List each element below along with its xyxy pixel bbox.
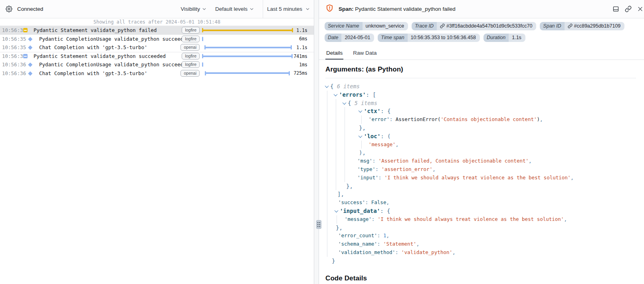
indent-guide	[327, 115, 327, 124]
arguments-heading: Arguments: (as Python)	[325, 66, 636, 73]
span-diamond-icon[interactable]	[23, 46, 38, 49]
collapse-chevron-icon[interactable]	[359, 134, 363, 138]
trace-span-name: Chat Completion with 'gpt-3.5-turbo'	[38, 44, 180, 50]
indent-guide	[327, 157, 327, 165]
collapse-chevron-icon[interactable]	[335, 209, 339, 213]
trace-span-name: Chat Completion with 'gpt-3.5-turbo'	[38, 70, 180, 76]
span-diamond-icon[interactable]	[23, 38, 38, 41]
indent-guide	[336, 107, 336, 115]
tab-details[interactable]: Details	[325, 48, 343, 60]
duration-bar	[202, 28, 293, 33]
default-levels-dropdown[interactable]: Default levels	[215, 6, 254, 12]
meta-pill-trace-id[interactable]: Trace ID#3ff16acbdde4a547b01d9c9c533fcc7…	[412, 22, 536, 30]
span-diamond-icon[interactable]	[23, 72, 38, 75]
trace-timestamp: 10:56:35	[0, 27, 23, 33]
json-tree-line: }	[325, 257, 636, 265]
json-tree-line: 'input': 'I think we should always treat…	[325, 174, 636, 182]
indent-guide	[327, 99, 327, 107]
copy-link-icon[interactable]	[625, 6, 632, 12]
indent-guide	[327, 199, 327, 207]
scope-badge: openai	[180, 44, 200, 51]
warning-shield-icon	[325, 4, 334, 14]
trace-row[interactable]: 10:56:35Pydantic Statement validate_pyth…	[0, 26, 314, 35]
collapse-chevron-icon[interactable]	[343, 101, 347, 105]
indent-guide	[336, 182, 336, 191]
trace-row[interactable]: 10:56:36Pydantic CompletionUsage validat…	[0, 60, 314, 69]
traces-panel: Connected Visibility Default levels Last…	[0, 0, 314, 284]
indent-guide	[327, 132, 327, 141]
meta-pill-date: Date2024-05-01	[325, 34, 374, 42]
indent-guide	[327, 232, 327, 240]
trace-row[interactable]: 10:56:36Chat Completion with 'gpt-3.5-tu…	[0, 69, 314, 78]
json-tree-line: 'message': 'I think we should always tre…	[325, 215, 636, 224]
scope-badge: logfire	[182, 53, 200, 60]
indent-guide	[345, 107, 345, 115]
collapse-chevron-icon[interactable]	[325, 84, 329, 88]
meta-value: #3ff16acbdde4a547b01d9c9c533fcc70	[437, 22, 536, 30]
traces-status-line: Showing all traces after 2024-05-01 10:5…	[0, 18, 314, 26]
json-tree-line[interactable]: 'errors': [	[325, 91, 636, 99]
duration-bar	[202, 36, 293, 42]
indent-guide	[336, 99, 336, 107]
collapse-toggle-icon[interactable]	[23, 28, 32, 32]
collapse-chevron-icon[interactable]	[359, 109, 363, 113]
trace-span-name: Pydantic CompletionUsage validate_python…	[38, 62, 182, 68]
connection-status: Connected	[17, 6, 43, 12]
trace-timestamp: 10:56:35	[0, 36, 23, 42]
time-range-dropdown[interactable]: Last 5 minutes	[263, 0, 314, 18]
indent-guide	[336, 124, 336, 132]
trace-row[interactable]: 10:56:35Chat Completion with 'gpt-3.5-tu…	[0, 43, 314, 52]
visibility-dropdown-label: Visibility	[180, 6, 200, 12]
trace-span-name: Pydantic CompletionUsage validate_python…	[38, 36, 182, 42]
visibility-dropdown[interactable]: Visibility	[180, 6, 206, 12]
logfire-app: Connected Visibility Default levels Last…	[0, 0, 644, 284]
trace-row[interactable]: 10:56:36Pydantic Statement validate_pyth…	[0, 52, 314, 61]
json-tree-line: ],	[325, 190, 636, 199]
indent-guide	[345, 165, 345, 174]
arguments-python-view: { 6 items'errors': [{ 5 items'ctx': {'er…	[325, 78, 636, 265]
panel-splitter[interactable]	[314, 0, 319, 284]
trace-span-name: Pydantic Statement validate_python succe…	[32, 53, 182, 59]
indent-guide	[337, 215, 337, 224]
json-tree-line[interactable]: 'loc': (	[325, 132, 636, 141]
close-icon[interactable]	[637, 6, 643, 12]
meta-pill-time-span: Time span10:56:35.353 to 10:56:36.458	[378, 34, 480, 42]
trace-duration: 1.1s	[293, 28, 314, 33]
indent-guide	[336, 165, 336, 174]
collapse-chevron-icon[interactable]	[334, 92, 338, 96]
indent-guide	[327, 190, 327, 199]
settings-gear-icon[interactable]	[6, 6, 12, 12]
tab-raw-data[interactable]: Raw Data	[352, 48, 377, 60]
json-tree-line[interactable]: 'input_data': {	[325, 207, 636, 215]
indent-guide	[327, 182, 327, 191]
duration-bar	[202, 45, 293, 50]
chevron-down-icon	[305, 7, 310, 11]
indent-guide	[336, 174, 336, 182]
indent-guide	[327, 215, 327, 224]
indent-guide	[327, 174, 327, 182]
meta-label: Span ID	[540, 22, 564, 30]
default-levels-dropdown-label: Default levels	[215, 6, 248, 12]
meta-pill-span-id[interactable]: Span ID#cc89a295db1b7109	[540, 22, 624, 30]
indent-guide	[336, 149, 336, 157]
indent-guide	[345, 141, 345, 149]
indent-guide	[327, 224, 327, 232]
dock-panel-icon[interactable]	[612, 6, 619, 12]
json-tree-line[interactable]: 'ctx': {	[325, 107, 636, 115]
indent-guide	[327, 141, 327, 149]
indent-guide	[327, 149, 327, 157]
json-tree-line[interactable]: { 5 items	[325, 99, 636, 107]
meta-value: #cc89a295db1b7109	[565, 22, 625, 30]
json-tree-line[interactable]: { 6 items	[325, 82, 636, 91]
collapse-toggle-icon[interactable]	[23, 54, 32, 58]
meta-value: 1.1s	[509, 34, 525, 42]
trace-timestamp: 10:56:36	[0, 53, 23, 59]
trace-row[interactable]: 10:56:35Pydantic CompletionUsage validat…	[0, 35, 314, 44]
indent-guide	[361, 115, 362, 124]
splitter-grip-icon[interactable]	[316, 220, 321, 229]
meta-pill-duration: Duration1.1s	[483, 34, 525, 42]
span-diamond-icon[interactable]	[23, 63, 38, 66]
code-details-heading: Code Details	[325, 274, 636, 282]
meta-label: Time span	[378, 34, 407, 42]
json-tree-line: 'msg': 'Assertion failed, Contains objec…	[325, 157, 636, 165]
